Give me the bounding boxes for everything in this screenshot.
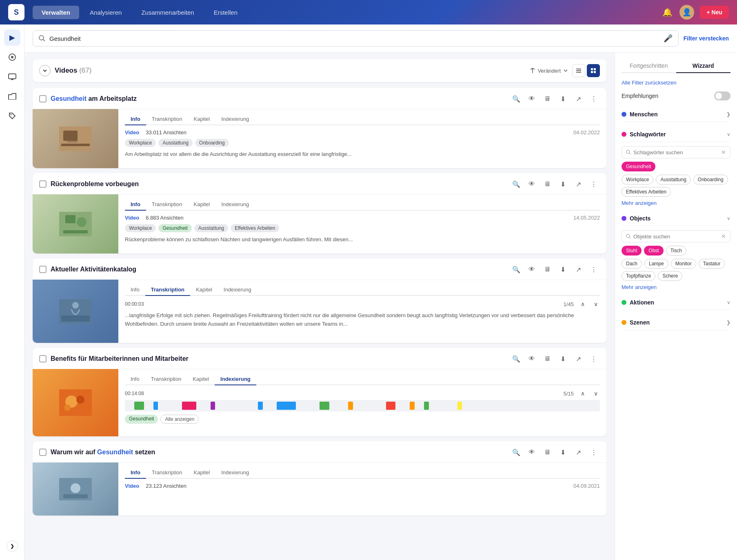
more-icon[interactable]: ⋮	[588, 93, 600, 105]
filter-tag-onboarding[interactable]: Onboarding	[693, 175, 728, 184]
more-icon[interactable]: ⋮	[588, 446, 600, 458]
notifications-icon[interactable]: 🔔	[661, 6, 674, 19]
sidebar-monitor-icon[interactable]	[4, 69, 20, 85]
preview-icon[interactable]: 👁	[526, 93, 538, 105]
tab-indexierung[interactable]: Indexierung	[215, 373, 256, 385]
download-icon[interactable]: ⬇	[557, 93, 569, 105]
zoom-out-icon[interactable]: 🔍	[510, 93, 522, 105]
tab-indexierung[interactable]: Indexierung	[215, 467, 255, 479]
tab-info[interactable]: Info	[125, 284, 145, 296]
filter-section-header[interactable]: Objects ∨	[622, 211, 730, 226]
collapse-button[interactable]	[39, 65, 51, 76]
sidebar-folder-icon[interactable]	[4, 88, 20, 104]
tab-kapitel[interactable]: Kapitel	[188, 467, 215, 479]
objects-clear-icon[interactable]: ✕	[721, 233, 726, 240]
filter-toggle-button[interactable]: Filter verstecken	[684, 35, 729, 42]
download-icon[interactable]: ⬇	[557, 446, 569, 458]
screen-icon[interactable]: 🖥	[541, 263, 553, 276]
screen-icon[interactable]: 🖥	[541, 353, 553, 365]
new-button[interactable]: + Neu	[700, 6, 729, 19]
grid-view-button[interactable]	[587, 64, 600, 77]
tag-ausstattung[interactable]: Ausstattung	[158, 139, 192, 147]
tag-gesundheit[interactable]: Gesundheit	[125, 415, 158, 424]
tab-kapitel[interactable]: Kapitel	[187, 373, 215, 385]
filter-section-header[interactable]: Szenen ❯	[622, 315, 730, 330]
app-logo[interactable]: S	[8, 4, 24, 20]
filter-tag-schere[interactable]: Schere	[658, 271, 682, 281]
filter-tag-workplace[interactable]: Workplace	[622, 175, 653, 184]
filter-tag-dach[interactable]: Dach	[622, 259, 642, 269]
tab-transkription[interactable]: Transkription	[146, 199, 188, 211]
tab-kapitel[interactable]: Kapitel	[190, 284, 218, 296]
preview-icon[interactable]: 👁	[526, 353, 538, 365]
schlagwoerter-search-input[interactable]	[633, 149, 719, 156]
share-icon[interactable]: ↗	[572, 353, 584, 365]
preview-icon[interactable]: 👁	[526, 263, 538, 276]
objects-mehr-anzeigen[interactable]: Mehr anzeigen	[622, 284, 730, 290]
tab-fortgeschritten[interactable]: Fortgeschritten	[622, 59, 676, 73]
tab-indexierung[interactable]: Indexierung	[215, 199, 255, 211]
share-icon[interactable]: ↗	[572, 263, 584, 276]
filter-tag-tastatur[interactable]: Tastatur	[699, 259, 725, 269]
filter-tag-obst[interactable]: Obst	[644, 246, 663, 256]
tab-info[interactable]: Info	[125, 467, 146, 479]
sort-button[interactable]: Verändert	[530, 68, 568, 74]
tag-workplace[interactable]: Workplace	[125, 224, 156, 232]
nav-tab-analysieren[interactable]: Analysieren	[81, 6, 131, 19]
download-icon[interactable]: ⬇	[557, 178, 569, 190]
download-icon[interactable]: ⬇	[557, 353, 569, 365]
video-checkbox[interactable]	[39, 449, 47, 456]
reset-filters-link[interactable]: Alle Filter zurücksetzen	[622, 80, 730, 86]
prev-index-button[interactable]: ∧	[579, 389, 587, 398]
empfehlungen-toggle[interactable]	[714, 91, 730, 100]
more-icon[interactable]: ⋮	[588, 263, 600, 276]
share-icon[interactable]: ↗	[572, 446, 584, 458]
zoom-out-icon[interactable]: 🔍	[510, 178, 522, 190]
share-icon[interactable]: ↗	[572, 93, 584, 105]
more-icon[interactable]: ⋮	[588, 178, 600, 190]
next-index-button[interactable]: ∨	[592, 389, 600, 398]
tab-info[interactable]: Info	[125, 113, 146, 125]
zoom-out-icon[interactable]: 🔍	[510, 353, 522, 365]
tag-gesundheit[interactable]: Gesundheit	[158, 224, 191, 232]
share-icon[interactable]: ↗	[572, 178, 584, 190]
screen-icon[interactable]: 🖥	[541, 93, 553, 105]
tag-ausstattung[interactable]: Ausstattung	[194, 224, 228, 232]
zoom-out-icon[interactable]: 🔍	[510, 446, 522, 458]
tab-transkription[interactable]: Transkription	[145, 284, 190, 296]
user-avatar[interactable]: 👤	[679, 5, 694, 20]
tab-transkription[interactable]: Transkription	[145, 373, 187, 385]
tab-indexierung[interactable]: Indexierung	[215, 113, 255, 125]
tab-kapitel[interactable]: Kapitel	[188, 199, 215, 211]
tag-workplace[interactable]: Workplace	[125, 139, 156, 147]
filter-tag-gesundheit[interactable]: Gesundheit	[622, 162, 655, 171]
filter-tag-stuhl[interactable]: Stuhl	[622, 246, 642, 256]
screen-icon[interactable]: 🖥	[541, 178, 553, 190]
search-input[interactable]	[49, 35, 659, 42]
video-checkbox[interactable]	[39, 355, 47, 362]
microphone-icon[interactable]: 🎤	[664, 34, 673, 43]
tag-effektives-arbeiten[interactable]: Effektives Arbeiten	[231, 224, 279, 232]
preview-icon[interactable]: 👁	[526, 178, 538, 190]
nav-tab-zusammenarbeiten[interactable]: Zusammenarbeiten	[132, 6, 203, 19]
filter-section-header[interactable]: Schlagwörter ∨	[622, 127, 730, 142]
video-checkbox[interactable]	[39, 180, 47, 188]
video-checkbox[interactable]	[39, 95, 47, 102]
tab-indexierung[interactable]: Indexierung	[218, 284, 257, 296]
prev-transcript-button[interactable]: ∧	[579, 300, 587, 308]
preview-icon[interactable]: 👁	[526, 446, 538, 458]
nav-tab-verwalten[interactable]: Verwalten	[33, 6, 79, 19]
schlagwoerter-mehr-anzeigen[interactable]: Mehr anzeigen	[622, 200, 730, 206]
tab-info[interactable]: Info	[125, 199, 146, 211]
tab-transkription[interactable]: Transkription	[146, 467, 188, 479]
zoom-out-icon[interactable]: 🔍	[510, 263, 522, 276]
tag-onboarding[interactable]: Onboarding	[195, 139, 229, 147]
list-view-button[interactable]	[572, 64, 585, 77]
nav-tab-erstellen[interactable]: Erstellen	[205, 6, 246, 19]
filter-tag-monitor[interactable]: Monitor	[671, 259, 696, 269]
show-all-button[interactable]: Alle anzeigen	[160, 415, 199, 424]
sidebar-expand-icon[interactable]: ❯	[7, 540, 18, 552]
schlagwoerter-clear-icon[interactable]: ✕	[721, 149, 726, 156]
filter-tag-ausstattung[interactable]: Ausstattung	[656, 175, 690, 184]
filter-tag-topfpflanze[interactable]: Topfpflanze	[622, 271, 655, 281]
